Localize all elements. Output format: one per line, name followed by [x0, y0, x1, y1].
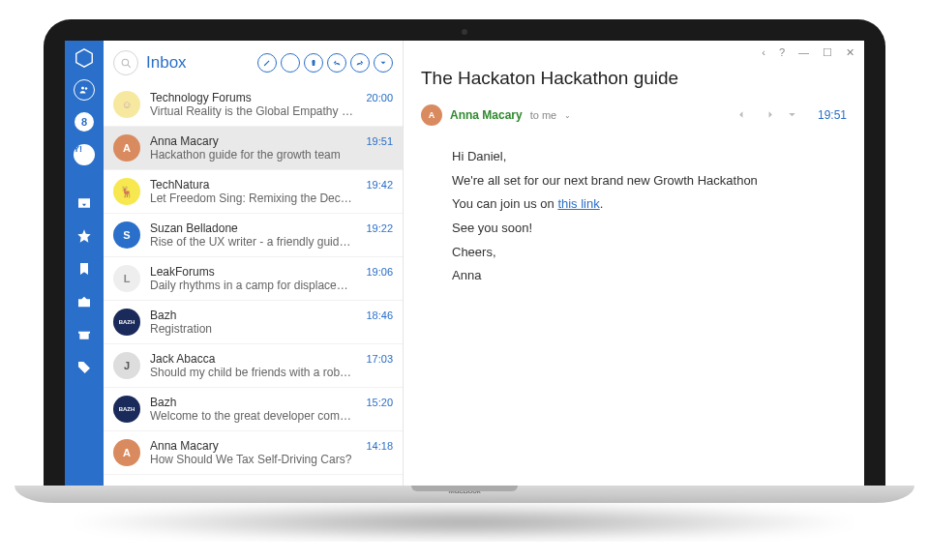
subject: Virtual Reality is the Global Empathy Ma… [150, 104, 353, 118]
maximize-button[interactable]: ☐ [823, 46, 832, 59]
back-button[interactable]: ‹ [762, 46, 765, 58]
tags-icon[interactable] [73, 356, 96, 379]
time: 15:20 [366, 396, 393, 408]
search-button[interactable] [113, 50, 138, 75]
sender: Bazh [150, 309, 356, 322]
subject: How Should We Tax Self-Driving Cars? [150, 453, 353, 466]
time: 14:18 [366, 439, 393, 452]
avatar: A [113, 134, 140, 162]
sender: Suzan Belladone [150, 221, 356, 235]
message-subject: The Hackaton Hackathon guide [404, 64, 864, 99]
svg-point-3 [122, 59, 129, 65]
time: 18:46 [366, 309, 393, 321]
time: 19:42 [366, 178, 393, 191]
sender: Bazh [150, 396, 356, 409]
help-button[interactable]: ? [779, 46, 785, 58]
body-line: See you soon! [452, 217, 847, 241]
download-icon[interactable] [281, 53, 300, 73]
avatar: A [113, 439, 140, 466]
account-google[interactable]: 8 [75, 112, 94, 132]
svg-point-2 [85, 87, 88, 90]
subject: Registration [150, 322, 353, 336]
time: 17:03 [366, 352, 393, 365]
message-row[interactable]: AAnna MacaryHackathon guide for the grow… [104, 127, 403, 170]
message-row[interactable]: BAZHBazhRegistration18:46 [104, 301, 403, 344]
avatar: J [113, 352, 140, 379]
message-list[interactable]: ☺Technology ForumsVirtual Reality is the… [104, 83, 403, 486]
sender: Technology Forums [150, 91, 356, 104]
subject: Welcome to the great developer commu… [150, 409, 353, 423]
recipient-label: to me [530, 109, 557, 121]
message-list-column: Inbox ☺Technology ForumsVirtual Reality … [104, 41, 404, 486]
archive-icon[interactable] [73, 323, 96, 346]
avatar: S [113, 221, 140, 249]
list-toolbar [257, 53, 393, 73]
subject: Hackathon guide for the growth team [150, 148, 353, 162]
contacts-icon[interactable] [74, 79, 95, 101]
body-line: We're all set for our next brand new Gro… [452, 169, 847, 193]
sender-avatar: A [421, 104, 442, 126]
message-row[interactable]: LLeakForumsDaily rhythms in a camp for d… [104, 257, 403, 301]
sender: Anna Macary [150, 134, 356, 148]
reading-pane: ‹ ? — ☐ ✕ The Hackaton Hackathon guide A… [404, 41, 864, 486]
message-row[interactable]: JJack AbaccaShould my child be friends w… [104, 344, 403, 388]
sender: Jack Abacca [150, 352, 356, 366]
message-row[interactable]: SSuzan BelladoneRise of the UX writer - … [104, 214, 403, 257]
subject: Let Freedom Sing: Remixing the Declarati… [150, 192, 353, 205]
forward-arrow-icon[interactable] [762, 108, 774, 123]
sidebar-rail: 8 Y! [65, 41, 104, 486]
svg-point-1 [81, 87, 84, 90]
subject: Rise of the UX writer - a friendly guide… [150, 235, 353, 249]
time: 20:00 [366, 91, 393, 103]
avatar: ☺ [113, 91, 140, 118]
body-line: Anna [452, 264, 847, 288]
message-row[interactable]: 🦌TechNaturaLet Freedom Sing: Remixing th… [104, 170, 403, 214]
app-logo-icon[interactable] [73, 46, 96, 70]
recipient-dropdown-icon[interactable]: ⌄ [564, 111, 571, 120]
avatar: BAZH [113, 309, 140, 336]
avatar: L [113, 265, 140, 292]
sender-name: Anna Macary [450, 108, 523, 122]
time: 19:06 [366, 265, 393, 278]
bookmark-icon[interactable] [73, 257, 96, 280]
message-row[interactable]: AAnna MacaryHow Should We Tax Self-Drivi… [104, 431, 403, 475]
delete-icon[interactable] [304, 53, 323, 73]
laptop-base: MacBook [15, 486, 914, 503]
sender: TechNatura [150, 178, 356, 192]
reply-arrow-icon[interactable] [737, 108, 750, 123]
message-body: Hi Daniel, We're all set for our next br… [404, 132, 864, 288]
account-yahoo[interactable]: Y! [74, 144, 95, 165]
body-line: Cheers, [452, 241, 847, 265]
subject: Daily rhythms in a camp for displaced pe… [150, 279, 353, 292]
minimize-button[interactable]: — [798, 46, 809, 58]
time: 19:51 [366, 134, 393, 147]
starred-icon[interactable] [73, 224, 96, 248]
reply-icon[interactable] [327, 53, 346, 73]
dropdown-icon[interactable] [374, 53, 393, 73]
body-line: Hi Daniel, [452, 145, 847, 169]
body-link[interactable]: this link [557, 196, 599, 211]
sender: Anna Macary [150, 439, 356, 453]
close-button[interactable]: ✕ [846, 46, 854, 59]
compose-icon[interactable] [257, 53, 277, 73]
laptop-mockup: 8 Y! Inbox [44, 19, 885, 542]
svg-marker-0 [76, 49, 93, 67]
message-time: 19:51 [818, 108, 847, 122]
forward-icon[interactable] [350, 53, 370, 73]
sender: LeakForums [150, 265, 356, 279]
outbox-icon[interactable] [73, 290, 96, 313]
window-controls: ‹ ? — ☐ ✕ [404, 41, 864, 64]
inbox-icon[interactable] [73, 192, 96, 215]
app-screen: 8 Y! Inbox [65, 41, 864, 486]
more-dropdown-icon[interactable] [786, 108, 798, 123]
avatar: BAZH [113, 396, 140, 423]
message-row[interactable]: BAZHBazhWelcome to the great developer c… [104, 388, 403, 431]
time: 19:22 [366, 221, 393, 234]
message-row[interactable]: ☺Technology ForumsVirtual Reality is the… [104, 83, 403, 127]
folder-title: Inbox [146, 53, 187, 73]
avatar: 🦌 [113, 178, 140, 205]
body-line: You can join us on this link. [452, 192, 847, 217]
camera-dot [462, 29, 467, 35]
subject: Should my child be friends with a robot… [150, 366, 353, 379]
